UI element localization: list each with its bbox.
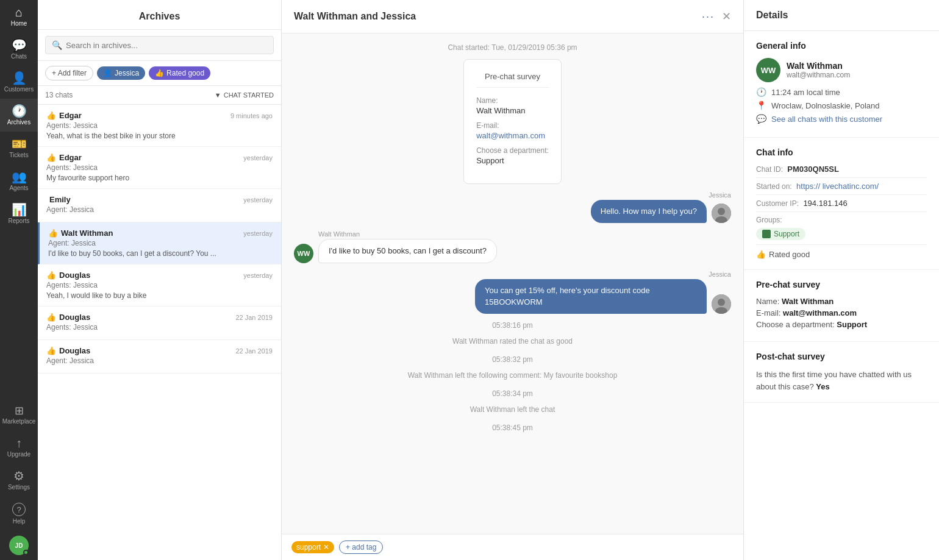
chat-list-item[interactable]: 👍 Edgar 9 minutes ago Agents: Jessica Ye… (38, 105, 281, 147)
search-input[interactable] (66, 41, 267, 50)
rated-good-row: 👍 Rated good (756, 250, 810, 259)
sidebar-item-agents[interactable]: 👥 Agents (0, 165, 38, 197)
pre-chat-survey-section: Pre-chat survey Name: Walt Withman E-mai… (744, 270, 939, 342)
agent-avatar-svg (712, 204, 731, 223)
sidebar-item-label: Chats (11, 53, 27, 60)
detail-name-value: Walt Withman (782, 297, 834, 306)
search-area: 🔍 (38, 30, 281, 61)
agent-bubble-2: You can get 15% off, here's your discoun… (475, 279, 707, 313)
close-icon[interactable]: ✕ (722, 10, 731, 23)
rated-icon: 👍 (46, 271, 56, 280)
chat-list-item[interactable]: 👍 Edgar yesterday Agents: Jessica My fav… (38, 147, 281, 189)
chat-customer-name: Douglas (59, 346, 90, 355)
chat-list-item[interactable]: Emily yesterday Agent: Jessica (38, 189, 281, 222)
sidebar-item-label: Tickets (9, 152, 28, 158)
pre-chat-email-field: E-mail: walt@withman.com (476, 121, 549, 140)
chat-agent: Agents: Jessica (46, 163, 273, 172)
more-options-icon[interactable]: ··· (702, 10, 715, 23)
chat-preview: I'd like to buy 50 books, can I get a di… (48, 249, 231, 258)
avatar: JD (9, 536, 29, 555)
user-avatar-item[interactable]: JD (0, 531, 38, 560)
archives-title: Archives (139, 11, 180, 21)
tag-remove-icon[interactable]: ✕ (323, 543, 329, 551)
location-icon: 📍 (756, 101, 766, 110)
sidebar-item-upgrade[interactable]: ↑ Upgrade (0, 431, 38, 464)
chat-time: yesterday (243, 196, 273, 204)
pre-chat-survey-card: Pre-chat survey Name: Walt Withman E-mai… (463, 59, 562, 184)
sidebar-item-settings[interactable]: ⚙ Settings (0, 464, 38, 497)
jessica-filter-button[interactable]: 👤 Jessica (97, 66, 145, 80)
chat-list-item[interactable]: 👍 Douglas 22 Jan 2019 Agent: Jessica (38, 340, 281, 374)
sidebar-item-archives[interactable]: 🕐 Archives (0, 99, 38, 132)
chat-customer-name: Douglas (59, 271, 90, 280)
pre-chat-name-field: Name: Walt Withman (476, 96, 549, 115)
sidebar-item-label: Marketplace (2, 418, 35, 425)
customer-info-name: Walt Withman (787, 61, 850, 71)
pre-chat-email-value[interactable]: walt@withman.com (476, 131, 549, 140)
event-2-text: Walt Withman left the following comment:… (294, 371, 731, 380)
sidebar-item-customers[interactable]: 👤 Customers (0, 66, 38, 99)
customer-ip-value: 194.181.146 (803, 199, 847, 208)
search-box: 🔍 (45, 36, 274, 54)
chat-list-item[interactable]: 👍 Douglas yesterday Agents: Jessica Yeah… (38, 264, 281, 307)
settings-icon: ⚙ (13, 470, 24, 482)
pre-chat-survey-title: Pre-chat survey (756, 280, 927, 289)
marketplace-icon: ⊞ (15, 405, 24, 416)
event-1-time: 05:38:16 pm (294, 321, 731, 330)
jessica-filter-label: Jessica (115, 69, 139, 77)
chat-customer-name: Douglas (59, 313, 90, 322)
add-tag-button[interactable]: + add tag (339, 541, 383, 554)
customer-message-row: WW I'd like to buy 50 books, can I get a… (294, 239, 497, 263)
agents-icon: 👥 (12, 171, 27, 183)
group-badge: Support (756, 228, 805, 240)
sidebar-item-chats[interactable]: 💬 Chats (0, 33, 38, 66)
tickets-icon: 🎫 (12, 138, 27, 150)
thumbs-up-icon: 👍 (155, 69, 164, 77)
svg-point-4 (718, 299, 725, 306)
see-all-chats-link[interactable]: See all chats with this customer (771, 115, 882, 124)
pre-chat-dept-field: Choose a department: Support (476, 146, 549, 165)
chat-list-item[interactable]: 👍 Walt Withman yesterday Agent: Jessica … (38, 222, 281, 264)
sidebar-item-reports[interactable]: 📊 Reports (0, 197, 38, 230)
archives-header: Archives (38, 0, 281, 30)
sidebar-item-marketplace[interactable]: ⊞ Marketplace (0, 399, 38, 431)
sidebar-item-help[interactable]: ? Help (0, 497, 38, 531)
sidebar-item-home[interactable]: ⌂ Home (0, 0, 38, 33)
chat-messages: Chat started: Tue, 01/29/2019 05:36 pm P… (282, 34, 743, 534)
chat-id-label: Chat ID: PM030QN5SL (756, 165, 927, 174)
location: Wroclaw, Dolnoslaskie, Poland (771, 101, 880, 110)
chat-list-item[interactable]: 👍 Douglas 22 Jan 2019 Agents: Jessica (38, 307, 281, 340)
divider-2 (756, 194, 927, 195)
avatar-initials: JD (15, 542, 23, 549)
chat-info-section: Chat info Chat ID: PM030QN5SL Started on… (744, 138, 939, 270)
see-all-chats-row: 💬 See all chats with this customer (756, 114, 927, 124)
archives-icon: 🕐 (12, 105, 27, 117)
agent-icon: 👤 (103, 69, 112, 77)
started-on-link[interactable]: https:// livechatinc.com/ (796, 182, 879, 191)
pre-chat-name-label: Name: (476, 96, 549, 105)
chat-customer-name: Edgar (59, 111, 82, 120)
sidebar-item-tickets[interactable]: 🎫 Tickets (0, 132, 38, 165)
customer-ip-label: Customer IP: 194.181.146 (756, 199, 927, 208)
details-title: Details (756, 10, 788, 21)
rated-good-filter-label: Rated good (166, 69, 204, 77)
agent-sender-name: Jessica (709, 191, 731, 199)
thumbs-up-icon-detail: 👍 (756, 250, 766, 259)
tag-label: support (296, 543, 321, 551)
location-row: 📍 Wroclaw, Dolnoslaskie, Poland (756, 101, 927, 110)
chat-main-header: Walt Withman and Jessica ··· ✕ (282, 0, 743, 34)
chat-agent: Agents: Jessica (46, 281, 273, 289)
detail-dept-row: Choose a department: Support (756, 320, 927, 329)
agent-message-row: Hello. How may I help you? (591, 200, 731, 223)
post-chat-text: Is this the first time you have chatted … (756, 369, 927, 392)
pre-chat-dept-label: Choose a department: (476, 146, 549, 155)
add-filter-button[interactable]: + Add filter (45, 66, 93, 80)
sort-label-text: CHAT STARTED (224, 91, 274, 99)
rated-good-filter-button[interactable]: 👍 Rated good (149, 66, 210, 80)
archives-panel: Archives 🔍 + Add filter 👤 Jessica 👍 Rate… (38, 0, 282, 560)
chat-customer-name: Edgar (59, 153, 82, 162)
chat-count-row: 13 chats ▼ CHAT STARTED (38, 86, 281, 105)
sort-label[interactable]: ▼ CHAT STARTED (215, 91, 274, 99)
reports-icon: 📊 (12, 204, 27, 216)
general-info-title: General info (756, 41, 927, 51)
